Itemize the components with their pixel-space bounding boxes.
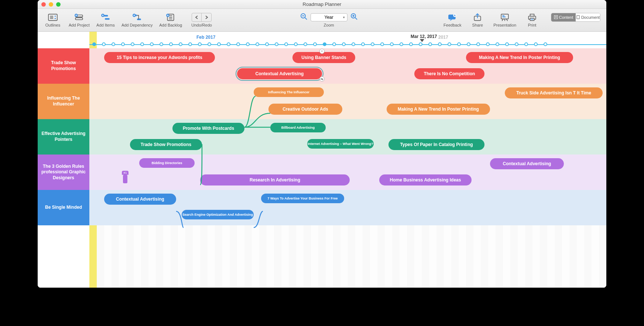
minimize-window-button[interactable] xyxy=(49,2,53,7)
lane-label-1[interactable]: Influencing The Influencer xyxy=(38,84,89,119)
add-project-button[interactable]: Add Project xyxy=(69,13,90,27)
presentation-button[interactable]: Presentation xyxy=(493,13,516,28)
zoom-out-button[interactable] xyxy=(300,13,308,22)
timeline-tick[interactable] xyxy=(140,42,144,46)
timeline-tick[interactable] xyxy=(390,42,394,46)
timeline-tick[interactable] xyxy=(342,42,346,46)
roadmap-item[interactable]: Trade Show Promotions xyxy=(130,139,202,150)
timeline-tick[interactable] xyxy=(265,42,269,46)
roadmap-item[interactable]: Billboard Advertising xyxy=(270,123,326,132)
timeline-tick[interactable] xyxy=(236,42,240,46)
timeline-tick[interactable] xyxy=(179,42,182,46)
timeline-tick[interactable] xyxy=(313,42,317,46)
timeline-tick[interactable] xyxy=(332,42,336,46)
roadmap-item[interactable]: Promote With Postcards xyxy=(172,123,244,134)
roadmap-item[interactable]: Creative Outdoor Ads xyxy=(268,104,342,115)
timeline-tick[interactable] xyxy=(544,42,547,46)
timeline-tick[interactable] xyxy=(371,42,374,46)
timeline-tick[interactable] xyxy=(457,42,461,46)
timeline-tick[interactable] xyxy=(112,42,115,46)
add-items-button[interactable]: Add Items xyxy=(96,13,115,27)
roadmap-item[interactable]: Contextual Advertising xyxy=(104,194,176,205)
roadmap-item[interactable]: Using Banner Stands xyxy=(292,52,355,63)
roadmap-item[interactable]: Making A New Trend In Poster Printing xyxy=(387,104,490,115)
close-window-button[interactable] xyxy=(41,2,46,7)
roadmap-item[interactable]: Search Engine Optimization And Advertisi… xyxy=(182,210,254,219)
item-add-handle[interactable]: + xyxy=(319,49,325,54)
zoom-level-select[interactable]: Year xyxy=(311,13,347,21)
timeline-tick[interactable] xyxy=(246,42,250,46)
timeline-tick[interactable] xyxy=(131,42,134,46)
timeline-tick[interactable] xyxy=(486,42,490,46)
timeline-tick[interactable] xyxy=(409,42,413,46)
timeline-tick[interactable] xyxy=(208,42,211,46)
timeline-tick[interactable] xyxy=(400,42,403,46)
timeline-tick[interactable] xyxy=(438,42,442,46)
lane-label-4[interactable]: Be Single Minded xyxy=(38,190,89,225)
timeline-tick[interactable] xyxy=(419,42,422,46)
timeline-tick[interactable] xyxy=(476,42,480,46)
item-move-handle[interactable]: ⇆ xyxy=(319,76,325,82)
lane-label-0[interactable]: Trade Show Promotions xyxy=(38,48,89,84)
timeline-tick[interactable] xyxy=(275,42,278,46)
timeline-tick[interactable] xyxy=(188,42,192,46)
timeline-tick[interactable] xyxy=(304,42,307,46)
roadmap-item[interactable]: Bidding Directories xyxy=(139,158,195,168)
timeline-tick[interactable] xyxy=(448,42,451,46)
roadmap-item[interactable]: Research In Advertising xyxy=(200,174,350,185)
roadmap-item[interactable]: Contextual Advertising xyxy=(237,68,322,79)
timeline-tick[interactable] xyxy=(160,42,163,46)
roadmap-item[interactable]: Making A New Trend In Poster Printing xyxy=(466,52,573,63)
timeline-ticks[interactable] xyxy=(89,42,606,46)
timeline-tick[interactable] xyxy=(428,42,432,46)
roadmap-item[interactable]: 7 Ways To Advertise Your Business For Fr… xyxy=(261,194,344,203)
timeline-tick[interactable] xyxy=(92,42,96,46)
lane-label-2[interactable]: Effective Advertising Pointers xyxy=(38,119,89,155)
timeline-tick[interactable] xyxy=(323,42,326,46)
content-tab[interactable]: Content xyxy=(551,13,576,21)
roadmap-item[interactable]: Contextual Advertising xyxy=(490,158,564,169)
timeline-tick[interactable] xyxy=(361,42,365,46)
timeline-tick[interactable] xyxy=(227,42,230,46)
timeline-header: Feb 2017 Mar 12, 2017 2017 xyxy=(89,32,606,48)
roadmap-item[interactable]: There Is No Competition xyxy=(414,68,484,79)
timeline-tick[interactable] xyxy=(198,42,202,46)
add-backlog-button[interactable]: Add Backlog xyxy=(159,13,182,27)
timeline-tick[interactable] xyxy=(505,42,509,46)
milestone-marker[interactable]: #1 xyxy=(122,171,129,183)
roadmap-item[interactable]: Internet Advertising – What Went Wrong? xyxy=(307,139,374,149)
roadmap-item[interactable]: Home Business Advertising Ideas xyxy=(379,174,472,185)
maximize-window-button[interactable] xyxy=(56,2,61,7)
timeline-tick[interactable] xyxy=(284,42,288,46)
timeline-tick[interactable] xyxy=(467,42,470,46)
zoom-in-button[interactable] xyxy=(350,13,358,22)
roadmap-item[interactable]: 15 Tips to increase your Adwords profits xyxy=(104,52,215,63)
outlines-button[interactable]: Outlines xyxy=(44,13,62,27)
timeline-tick[interactable] xyxy=(256,42,259,46)
timeline-tick[interactable] xyxy=(217,42,221,46)
document-tab[interactable]: Document xyxy=(576,13,600,21)
timeline-tick[interactable] xyxy=(169,42,173,46)
timeline-tick[interactable] xyxy=(150,42,154,46)
timeline-tick[interactable] xyxy=(102,42,106,46)
timeline-tick[interactable] xyxy=(121,42,125,46)
timeline-tick[interactable] xyxy=(515,42,518,46)
roadmap-item[interactable]: Types Of Paper In Catalog Printing xyxy=(388,139,484,150)
timeline-tick[interactable] xyxy=(534,42,538,46)
redo-button[interactable] xyxy=(202,13,211,21)
roadmap-item[interactable]: Truck Side Advertising Isn T It Time xyxy=(505,87,603,98)
timeline-tick[interactable] xyxy=(524,42,528,46)
undo-button[interactable] xyxy=(192,13,202,21)
share-button[interactable]: Share xyxy=(468,13,487,28)
timeline-tick[interactable] xyxy=(294,42,298,46)
feedback-button[interactable]: Feedback xyxy=(443,13,462,28)
outlines-icon xyxy=(48,13,58,22)
timeline-tick[interactable] xyxy=(380,42,384,46)
print-button[interactable]: Print xyxy=(523,13,541,28)
roadmap-canvas[interactable]: Feb 2017 Mar 12, 2017 2017 Trade Show Pr… xyxy=(38,32,606,288)
timeline-tick[interactable] xyxy=(352,42,355,46)
timeline-tick[interactable] xyxy=(496,42,499,46)
roadmap-item[interactable]: Influencing The Influencer xyxy=(254,87,324,97)
add-dependency-button[interactable]: Add Dependency xyxy=(121,13,153,27)
lane-label-3[interactable]: The 3 Golden Rules professional Graphic … xyxy=(38,155,89,190)
